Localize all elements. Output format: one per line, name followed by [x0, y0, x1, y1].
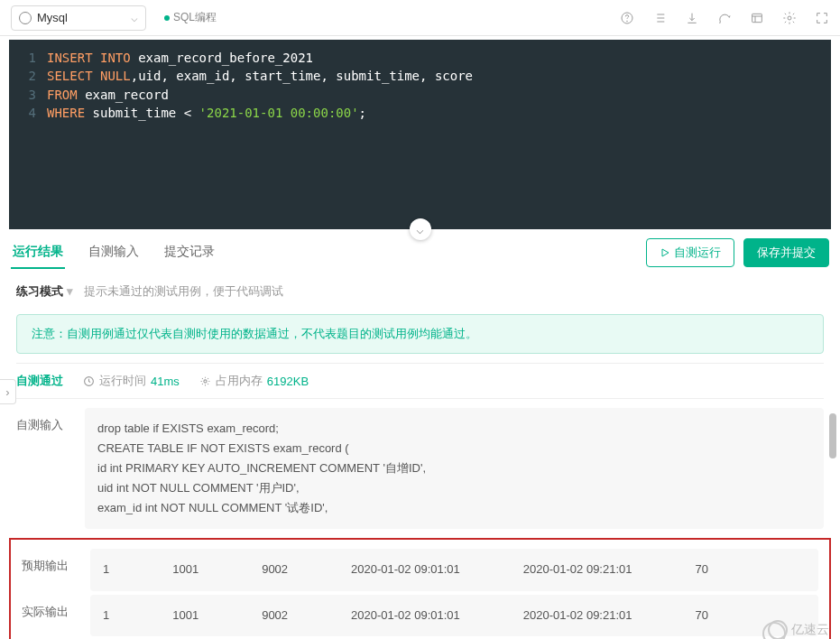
table-cell: 9002 [262, 560, 288, 579]
tab-result[interactable]: 运行结果 [11, 236, 65, 269]
download-icon[interactable] [685, 11, 699, 25]
db-name: Mysql [37, 11, 68, 24]
actual-label: 实际输出 [22, 595, 76, 636]
table-cell: 70 [696, 560, 708, 579]
db-icon [19, 12, 32, 24]
status-row: 自测通过 运行时间 41ms 占用内存 6192KB [16, 363, 824, 399]
layout-icon[interactable] [750, 11, 764, 25]
scrollbar[interactable] [829, 413, 836, 458]
collapse-editor-button[interactable]: ⌵ [410, 218, 431, 240]
table-cell: 70 [696, 606, 708, 625]
mode-hint: 提示未通过的测试用例，便于代码调试 [84, 283, 283, 300]
chevron-down-icon: ⌵ [131, 11, 138, 24]
code-line: 4WHERE submit_time < '2021-01-01 00:00:0… [9, 104, 831, 122]
memory-label: 占用内存 [216, 373, 263, 389]
tab-selfinput[interactable]: 自测输入 [87, 236, 141, 269]
svg-point-3 [788, 16, 791, 20]
submit-button[interactable]: 保存并提交 [743, 238, 829, 267]
expected-output-row: 预期输出 1100190022020-01-02 09:01:012020-01… [22, 549, 818, 590]
svg-rect-2 [752, 14, 762, 22]
watermark-text: 亿速云 [791, 622, 829, 638]
output-section: 预期输出 1100190022020-01-02 09:01:012020-01… [9, 538, 831, 639]
table-cell: 2020-01-02 09:21:01 [523, 606, 632, 625]
self-run-button[interactable]: 自测运行 [646, 238, 734, 267]
status-dot-icon [164, 15, 170, 21]
code-line: 1INSERT INTO exam_record_before_2021 [9, 49, 831, 67]
table-cell: 2020-01-02 09:21:01 [523, 560, 632, 579]
expand-sidebar-button[interactable]: › [0, 379, 16, 404]
memory-meta: 占用内存 6192KB [199, 373, 309, 389]
self-run-label: 自测运行 [674, 245, 721, 261]
svg-point-5 [204, 379, 207, 382]
runtime-value: 41ms [151, 375, 180, 388]
table-cell: 9002 [262, 606, 288, 625]
notice-banner: 注意：自测用例通过仅代表自测时使用的数据通过，不代表题目的测试用例均能通过。 [16, 314, 824, 354]
status-badge: 自测通过 [16, 373, 63, 389]
actual-body: 1100190022020-01-02 09:01:012020-01-02 0… [90, 595, 818, 636]
runtime-meta: 运行时间 41ms [83, 373, 180, 389]
memory-icon [199, 375, 211, 387]
code-line: 2SELECT NULL,uid, exam_id, start_time, s… [9, 67, 831, 85]
memory-value: 6192KB [267, 375, 309, 388]
table-cell: 2020-01-02 09:01:01 [351, 606, 460, 625]
chevron-down-icon: ▾ [67, 284, 73, 298]
watermark: 亿速云 [768, 620, 829, 639]
code-editor[interactable]: 1INSERT INTO exam_record_before_20212SEL… [9, 40, 831, 229]
code-line: 3FROM exam_record [9, 86, 831, 104]
runtime-label: 运行时间 [99, 373, 146, 389]
tab-history[interactable]: 提交记录 [162, 236, 217, 269]
table-cell: 1 [103, 606, 109, 625]
table-cell: 1001 [172, 606, 198, 625]
fullscreen-icon[interactable] [815, 11, 829, 25]
sql-tag-label: SQL编程 [173, 10, 217, 25]
result-tabs: 运行结果 自测输入 提交记录 [11, 236, 217, 269]
table-cell: 1001 [172, 560, 198, 579]
expected-label: 预期输出 [22, 549, 76, 590]
refresh-icon[interactable] [717, 11, 732, 25]
gear-icon[interactable] [782, 11, 797, 25]
table-cell: 2020-01-02 09:01:01 [351, 560, 460, 579]
database-select[interactable]: Mysql ⌵ [11, 5, 146, 31]
table-cell: 1 [103, 560, 109, 579]
top-toolbar: Mysql ⌵ SQL编程 [0, 0, 840, 36]
self-input-row: 自测输入 drop table if EXISTS exam_record;CR… [16, 408, 824, 529]
self-input-label: 自测输入 [16, 408, 70, 529]
clock-icon [83, 375, 95, 387]
actual-output-row: 实际输出 1100190022020-01-02 09:01:012020-01… [22, 595, 818, 636]
sql-tag: SQL编程 [164, 10, 217, 25]
watermark-icon [768, 620, 788, 639]
self-input-body: drop table if EXISTS exam_record;CREATE … [85, 408, 824, 529]
expected-body: 1100190022020-01-02 09:01:012020-01-02 0… [90, 549, 818, 590]
list-icon[interactable] [652, 11, 667, 25]
toolbar-actions [620, 11, 829, 25]
mode-label[interactable]: 练习模式 ▾ [16, 283, 73, 300]
mode-row: 练习模式 ▾ 提示未通过的测试用例，便于代码调试 [0, 276, 840, 307]
svg-point-1 [627, 21, 628, 22]
help-icon[interactable] [620, 11, 634, 25]
play-icon [660, 247, 670, 258]
